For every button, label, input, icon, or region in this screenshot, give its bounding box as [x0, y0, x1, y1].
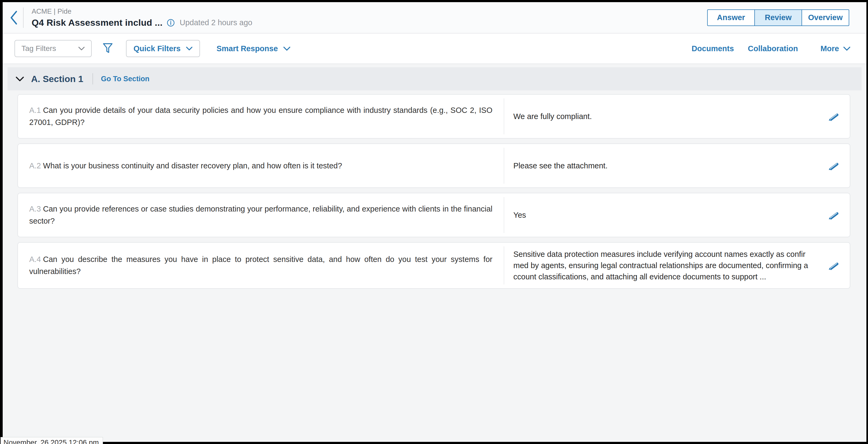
header: ACME | Pide Q4 Risk Assessment includ ..… — [3, 2, 866, 33]
go-to-section-link[interactable]: Go To Section — [101, 75, 150, 83]
question-text: A.3Can you provide references or case st… — [29, 203, 492, 227]
datetime-tooltip: November, 26 2025 12:06 pm — [1, 437, 103, 444]
screen: ACME | Pide Q4 Risk Assessment includ ..… — [3, 2, 866, 442]
back-chevron-icon — [10, 10, 18, 26]
content-area: A. Section 1 Go To Section A.1Can you pr… — [3, 64, 866, 442]
edit-answer-icon[interactable] — [828, 260, 840, 271]
tag-filters-label: Tag Filters — [22, 44, 56, 53]
question-id: A.4 — [29, 255, 41, 264]
answer-cell: Yes — [504, 193, 818, 237]
section-header: A. Section 1 Go To Section — [7, 67, 862, 90]
section-divider — [92, 73, 93, 85]
toolbar-links: Documents Collaboration More — [692, 44, 854, 53]
question-cell: A.2What is your business continuity and … — [18, 144, 504, 187]
more-label: More — [820, 44, 839, 53]
answer-cell: We are fully compliant. — [504, 95, 818, 138]
question-id: A.2 — [29, 161, 41, 170]
chevron-down-icon — [283, 47, 290, 51]
question-text: A.4Can you describe the measures you hav… — [29, 254, 492, 277]
answer-text: Please see the attachment. — [513, 160, 608, 171]
question-cell: A.4Can you describe the measures you hav… — [18, 243, 504, 288]
answer-text: Yes — [513, 209, 526, 221]
edit-answer-icon[interactable] — [828, 160, 840, 172]
quick-filters-label: Quick Filters — [133, 44, 181, 53]
answer-cell: Please see the attachment. — [504, 144, 818, 187]
question-cell: A.1Can you provide details of your data … — [18, 95, 504, 138]
collaboration-link[interactable]: Collaboration — [748, 44, 798, 53]
edit-answer-icon[interactable] — [828, 111, 840, 122]
question-id: A.1 — [29, 106, 41, 115]
question-card[interactable]: A.1Can you provide details of your data … — [18, 94, 850, 139]
question-text: A.1Can you provide details of your data … — [29, 104, 492, 128]
question-card[interactable]: A.2What is your business continuity and … — [18, 143, 850, 188]
question-cell: A.3Can you provide references or case st… — [18, 193, 504, 237]
edit-cell — [818, 144, 850, 187]
edit-cell — [818, 95, 850, 138]
info-icon[interactable] — [167, 19, 175, 27]
answer-text: We are fully compliant. — [513, 111, 592, 122]
question-id: A.3 — [29, 205, 41, 213]
back-button[interactable] — [10, 8, 22, 27]
breadcrumb: ACME | Pide — [32, 7, 252, 16]
answer-text: Sensitive data protection measures inclu… — [513, 248, 809, 282]
toolbar: Tag Filters Quick Filters Smart Response — [3, 33, 866, 64]
tab-answer[interactable]: Answer — [707, 9, 755, 26]
question-card[interactable]: A.3Can you provide references or case st… — [18, 193, 850, 237]
chevron-down-icon — [78, 47, 85, 51]
view-switcher: Answer Review Overview — [707, 9, 849, 26]
app-window: ACME | Pide Q4 Risk Assessment includ ..… — [0, 0, 868, 444]
tab-review[interactable]: Review — [754, 9, 802, 26]
section-collapse-chevron-icon[interactable] — [16, 77, 24, 82]
question-list: A.1Can you provide details of your data … — [3, 94, 866, 289]
filter-funnel-icon[interactable] — [102, 42, 113, 54]
tab-overview[interactable]: Overview — [802, 9, 849, 26]
edit-cell — [818, 193, 850, 237]
smart-response-dropdown[interactable]: Smart Response — [217, 44, 290, 53]
question-text: A.2What is your business continuity and … — [29, 160, 342, 172]
updated-timestamp: Updated 2 hours ago — [180, 18, 252, 27]
tag-filters-dropdown[interactable]: Tag Filters — [14, 40, 92, 57]
documents-link[interactable]: Documents — [692, 44, 734, 53]
edit-cell — [818, 243, 850, 288]
annotation-arrow — [571, 437, 625, 442]
section-title: A. Section 1 — [31, 74, 83, 84]
more-dropdown[interactable]: More — [820, 44, 850, 53]
answer-cell: Sensitive data protection measures inclu… — [504, 243, 818, 288]
title-block: ACME | Pide Q4 Risk Assessment includ ..… — [32, 7, 252, 28]
smart-response-label: Smart Response — [217, 44, 278, 53]
chevron-down-icon — [843, 47, 850, 51]
quick-filters-button[interactable]: Quick Filters — [126, 40, 200, 57]
header-divider — [23, 7, 24, 28]
chevron-down-icon — [186, 47, 192, 51]
page-title: Q4 Risk Assessment includ ... — [32, 18, 162, 28]
question-card[interactable]: A.4Can you describe the measures you hav… — [18, 242, 850, 289]
edit-answer-icon[interactable] — [828, 209, 840, 221]
